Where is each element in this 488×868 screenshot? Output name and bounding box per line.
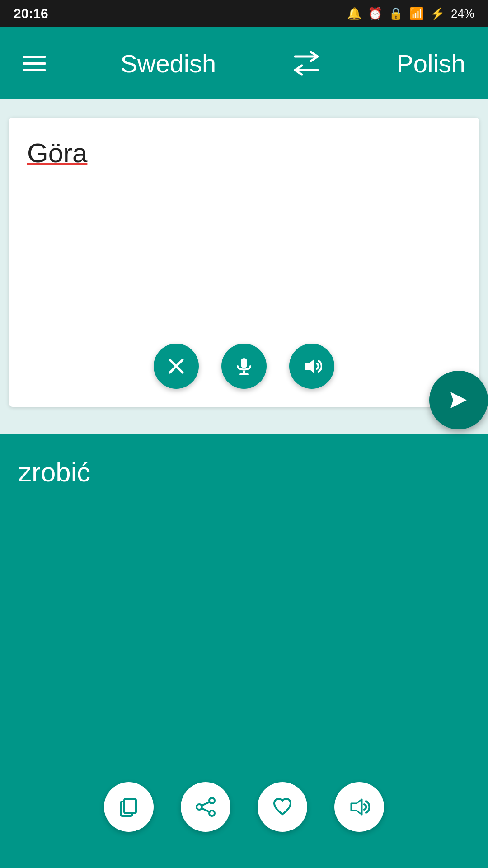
input-word: Göra: [27, 138, 87, 168]
svg-rect-8: [124, 799, 136, 813]
input-text[interactable]: Göra: [9, 118, 479, 335]
input-actions: [9, 335, 479, 407]
clear-button[interactable]: [154, 344, 199, 389]
svg-marker-14: [351, 799, 362, 815]
main-content: Göra: [0, 99, 488, 868]
svg-marker-6: [450, 392, 467, 408]
status-bar: 20:16 🔔 ⏰ 🔒 📶 ⚡ 24%: [0, 0, 488, 27]
swap-languages-button[interactable]: [291, 50, 322, 77]
svg-rect-2: [241, 358, 247, 368]
menu-button[interactable]: [23, 56, 46, 71]
output-text: zrobić: [18, 457, 470, 782]
translate-button[interactable]: [429, 371, 488, 429]
svg-line-12: [202, 802, 210, 806]
favorite-button[interactable]: [258, 782, 307, 832]
output-actions: [18, 782, 470, 850]
toolbar: Swedish Polish: [0, 27, 488, 99]
status-time: 20:16: [14, 6, 48, 21]
listen-input-button[interactable]: [289, 344, 334, 389]
signal-icon: 📶: [409, 7, 424, 21]
share-button[interactable]: [181, 782, 230, 832]
lock-icon: 🔒: [389, 7, 403, 21]
listen-output-button[interactable]: [334, 782, 384, 832]
battery-percent: 24%: [451, 7, 474, 21]
source-language[interactable]: Swedish: [121, 49, 216, 78]
svg-marker-5: [305, 359, 314, 373]
status-icons: 🔔 ⏰ 🔒 📶 ⚡ 24%: [347, 7, 474, 21]
alarm-icon: ⏰: [368, 7, 382, 21]
output-panel: zrobić: [0, 434, 488, 868]
svg-line-13: [202, 808, 210, 812]
notification-icon: 🔔: [347, 7, 361, 21]
input-panel: Göra: [9, 118, 479, 407]
copy-button[interactable]: [104, 782, 154, 832]
target-language[interactable]: Polish: [396, 49, 465, 78]
battery-icon: ⚡: [430, 7, 445, 21]
microphone-button[interactable]: [221, 344, 267, 389]
